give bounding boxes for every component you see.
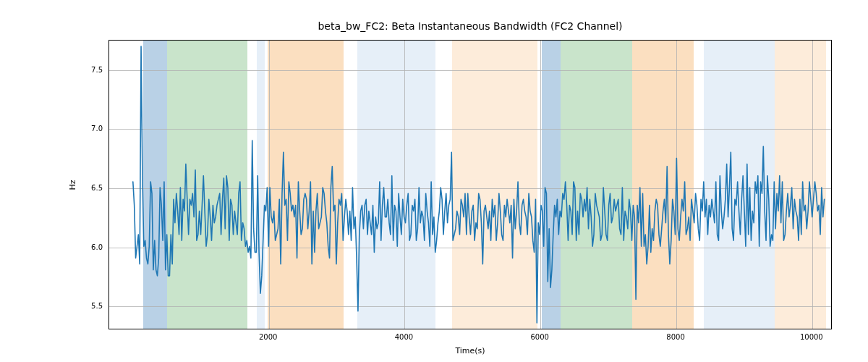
y-axis-label-container: Hz — [65, 40, 80, 329]
y-tick-label: 7.0 — [81, 125, 103, 132]
x-tick-label: 10000 — [800, 333, 823, 341]
x-tick-label: 6000 — [531, 333, 549, 341]
y-axis-label: Hz — [67, 180, 77, 190]
y-tick-label: 6.0 — [81, 243, 103, 251]
chart-title: beta_bw_FC2: Beta Instantaneous Bandwidt… — [0, 20, 868, 32]
y-tick-label: 5.5 — [81, 302, 103, 310]
x-tick-label: 4000 — [395, 333, 413, 341]
x-tick-label: 2000 — [259, 333, 277, 341]
y-tick-label: 6.5 — [81, 184, 103, 192]
x-tick-label: 8000 — [666, 333, 684, 341]
y-tick-label: 7.5 — [81, 65, 103, 73]
x-axis-label: Time(s) — [109, 346, 832, 355]
line-series — [109, 41, 831, 329]
plot-area — [109, 40, 832, 329]
figure: beta_bw_FC2: Beta Instantaneous Bandwidt… — [0, 0, 868, 362]
